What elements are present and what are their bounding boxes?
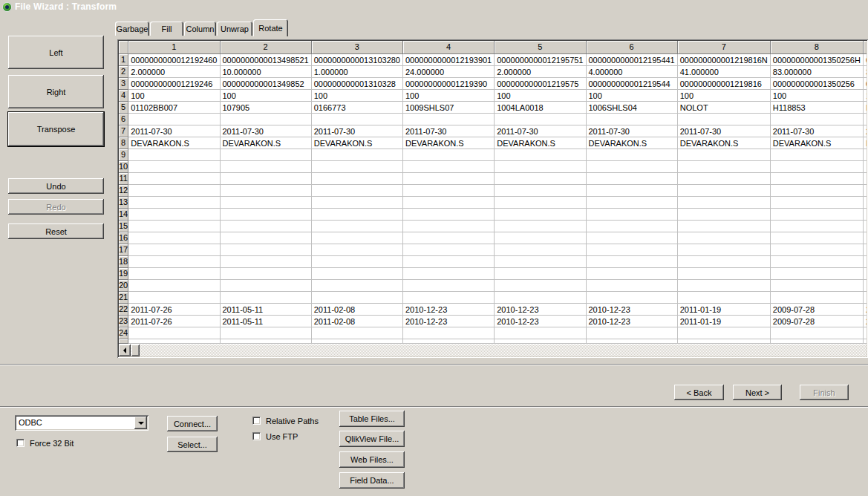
grid-cell[interactable] bbox=[220, 232, 311, 244]
grid-cell[interactable]: 000000000001310328 bbox=[311, 77, 402, 89]
grid-cell[interactable] bbox=[863, 279, 867, 291]
grid-cell[interactable] bbox=[586, 184, 677, 196]
grid-cell[interactable]: 1006SHLS04 bbox=[586, 101, 677, 113]
grid-cell[interactable] bbox=[128, 196, 220, 208]
grid-cell[interactable] bbox=[677, 149, 770, 160]
grid-cell[interactable] bbox=[677, 267, 770, 279]
right-button[interactable]: Right bbox=[8, 75, 104, 108]
grid-cell[interactable] bbox=[770, 244, 863, 255]
grid-cell[interactable]: 1009SHLS07 bbox=[403, 101, 495, 113]
grid-row-number[interactable]: 8 bbox=[119, 137, 128, 149]
scroll-left-arrow[interactable] bbox=[119, 345, 131, 356]
grid-cell[interactable]: 0000000000013498521 bbox=[220, 53, 311, 65]
grid-cell[interactable] bbox=[677, 113, 770, 125]
grid-cell[interactable]: 000 bbox=[863, 53, 867, 65]
grid-cell[interactable] bbox=[220, 184, 311, 196]
grid-cell[interactable] bbox=[403, 279, 495, 291]
grid-cell[interactable] bbox=[495, 208, 586, 220]
grid-cell[interactable] bbox=[311, 113, 402, 125]
grid-cell[interactable]: 2.000000 bbox=[495, 65, 586, 77]
grid-cell[interactable] bbox=[586, 149, 677, 160]
grid-cell[interactable] bbox=[770, 255, 863, 267]
grid-cell[interactable] bbox=[586, 196, 677, 208]
grid-row-number[interactable]: 5 bbox=[119, 101, 128, 113]
use-ftp-checkbox[interactable] bbox=[252, 432, 261, 440]
grid-column-header-1[interactable]: 1 bbox=[128, 41, 220, 53]
grid-cell[interactable]: 000000000001350256H bbox=[770, 53, 863, 65]
grid-cell[interactable] bbox=[863, 255, 867, 267]
grid-cell[interactable]: 2009-07-28 bbox=[770, 315, 863, 327]
grid-cell[interactable] bbox=[586, 244, 677, 255]
grid-cell[interactable]: 2011-01-19 bbox=[677, 315, 770, 327]
grid-row-number[interactable]: 6 bbox=[119, 113, 128, 125]
grid-cell[interactable] bbox=[403, 291, 495, 303]
grid-cell[interactable] bbox=[863, 220, 867, 232]
grid-cell[interactable] bbox=[586, 279, 677, 291]
grid-cell[interactable] bbox=[863, 232, 867, 244]
grid-cell[interactable]: 1.000000 bbox=[311, 65, 402, 77]
grid-cell[interactable]: 2010-12-23 bbox=[586, 303, 677, 315]
grid-cell[interactable] bbox=[495, 196, 586, 208]
grid-cell[interactable] bbox=[586, 267, 677, 279]
grid-cell[interactable]: 2011-05-11 bbox=[220, 303, 311, 315]
grid-row-number[interactable]: 16 bbox=[119, 232, 128, 244]
grid-cell[interactable]: 2011-07-30 bbox=[495, 125, 586, 137]
grid-cell[interactable] bbox=[495, 160, 586, 172]
grid-cell[interactable] bbox=[128, 339, 220, 343]
grid-cell[interactable] bbox=[677, 196, 770, 208]
grid-row-number[interactable]: 1 bbox=[119, 53, 128, 65]
grid-cell[interactable] bbox=[677, 220, 770, 232]
horizontal-scrollbar[interactable] bbox=[119, 345, 867, 356]
grid-cell[interactable] bbox=[220, 208, 311, 220]
grid-row-number[interactable]: 2 bbox=[119, 65, 128, 77]
grid-row-number[interactable]: 12 bbox=[119, 184, 128, 196]
grid-cell[interactable] bbox=[128, 149, 220, 160]
grid-cell[interactable]: 0166773 bbox=[311, 101, 402, 113]
grid-cell[interactable] bbox=[403, 220, 495, 232]
grid-cell[interactable] bbox=[863, 244, 867, 255]
back-button[interactable]: < Back bbox=[674, 385, 724, 400]
grid-cell[interactable]: 2011-07-30 bbox=[586, 125, 677, 137]
grid-cell[interactable]: 000000000001219246 bbox=[128, 77, 220, 89]
grid-column-header-6[interactable]: 6 bbox=[586, 41, 677, 53]
grid-cell[interactable] bbox=[311, 339, 402, 343]
grid-cell[interactable]: DEVARAKON.S bbox=[677, 137, 770, 149]
connect-button[interactable]: Connect... bbox=[167, 416, 218, 431]
grid-cell[interactable] bbox=[863, 184, 867, 196]
grid-cell[interactable]: 0000000000012195751 bbox=[495, 53, 586, 65]
grid-cell[interactable] bbox=[311, 279, 402, 291]
grid-cell[interactable] bbox=[128, 160, 220, 172]
grid-cell[interactable] bbox=[403, 113, 495, 125]
select-button[interactable]: Select... bbox=[167, 437, 218, 452]
grid-cell[interactable] bbox=[311, 327, 402, 339]
grid-cell[interactable] bbox=[677, 279, 770, 291]
undo-button[interactable]: Undo bbox=[8, 178, 104, 194]
grid-cell[interactable] bbox=[495, 149, 586, 160]
grid-cell[interactable] bbox=[677, 184, 770, 196]
tab-unwrap[interactable]: Unwrap bbox=[217, 22, 252, 36]
grid-row-number[interactable]: 10 bbox=[119, 160, 128, 172]
grid-cell[interactable]: 107905 bbox=[220, 101, 311, 113]
grid-cell[interactable] bbox=[311, 220, 402, 232]
grid-cell[interactable] bbox=[311, 232, 402, 244]
grid-cell[interactable]: 41.000000 bbox=[677, 65, 770, 77]
reset-button[interactable]: Reset bbox=[8, 223, 104, 239]
grid-cell[interactable]: DEVARAKON.S bbox=[586, 137, 677, 149]
force-32bit-checkbox[interactable] bbox=[16, 439, 25, 447]
grid-row-number[interactable]: 24 bbox=[119, 327, 128, 339]
grid-cell[interactable] bbox=[128, 172, 220, 184]
grid-cell[interactable]: 100 bbox=[128, 89, 220, 101]
grid-cell[interactable] bbox=[863, 339, 867, 343]
grid-cell[interactable]: 000000000001219816N bbox=[677, 53, 770, 65]
grid-cell[interactable] bbox=[770, 232, 863, 244]
grid-cell[interactable] bbox=[311, 291, 402, 303]
grid-cell[interactable]: 2011-07-30 bbox=[311, 125, 402, 137]
grid-cell[interactable] bbox=[220, 160, 311, 172]
grid-cell[interactable]: 0000000000013103280 bbox=[311, 53, 402, 65]
grid-cell[interactable] bbox=[495, 113, 586, 125]
grid-cell[interactable]: 100 bbox=[586, 89, 677, 101]
grid-cell[interactable]: 000000000001219816 bbox=[677, 77, 770, 89]
qlikview-file-button[interactable]: QlikView File... bbox=[339, 431, 405, 447]
grid-cell[interactable]: 2011-07-26 bbox=[128, 303, 220, 315]
grid-cell[interactable] bbox=[586, 255, 677, 267]
